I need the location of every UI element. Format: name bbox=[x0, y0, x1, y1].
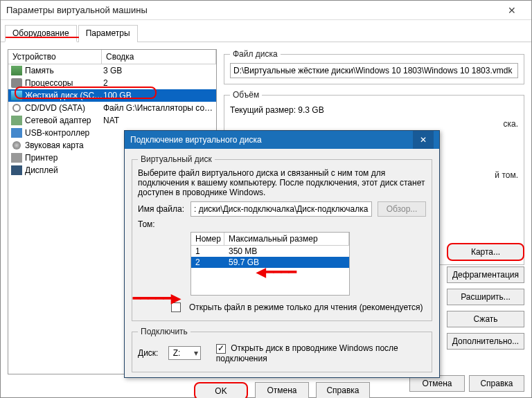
harddisk-icon bbox=[11, 91, 22, 100]
device-header: Устройство Сводка bbox=[8, 50, 216, 64]
tab-hardware[interactable]: Оборудование bbox=[5, 25, 77, 42]
open-explorer-row[interactable]: Открыть диск в проводнике Windows после … bbox=[216, 343, 426, 363]
annotation-underline bbox=[6, 37, 79, 38]
dialog-cancel-button[interactable]: Отмена bbox=[255, 382, 309, 398]
device-row-memory[interactable]: Память3 GB bbox=[8, 64, 216, 77]
dialog-close-icon[interactable]: ✕ bbox=[413, 131, 434, 149]
memory-icon bbox=[11, 66, 22, 75]
tabs: Оборудование Параметры bbox=[1, 20, 531, 42]
disk-file-group: Файл диска bbox=[224, 49, 524, 84]
volume-row-1[interactable]: 1 350 MB bbox=[191, 246, 349, 257]
main-help-button[interactable]: Справка bbox=[469, 375, 524, 392]
vd-legend: Виртуальный диск bbox=[138, 154, 215, 164]
volume-thead: Номер Максимальный размер bbox=[191, 233, 349, 246]
drive-select[interactable]: Z: bbox=[168, 346, 201, 360]
annotation-arrow-readonly: ━━━━━▶ bbox=[133, 291, 181, 306]
expand-button[interactable]: Расширить... bbox=[447, 289, 524, 305]
ok-button[interactable]: OK bbox=[194, 382, 248, 398]
cpu-icon bbox=[11, 78, 22, 88]
device-row-cpu[interactable]: Процессоры2 bbox=[8, 77, 216, 89]
current-size: Текущий размер: 9.3 GB bbox=[230, 104, 518, 119]
volume-label: Том: bbox=[138, 219, 185, 229]
col-maxsize: Максимальный размер bbox=[224, 233, 349, 245]
device-row-cddvd[interactable]: CD/DVD (SATA)Файл G:\Инсталляторы соф... bbox=[8, 102, 216, 114]
dialog-buttons: OK Отмена Справка bbox=[132, 378, 432, 398]
dialog-title: Подключение виртуального диска bbox=[130, 135, 413, 145]
col-summary: Сводка bbox=[102, 50, 216, 64]
disk-file-input[interactable] bbox=[230, 63, 518, 78]
tab-options[interactable]: Параметры bbox=[78, 25, 138, 42]
volume-table: Номер Максимальный размер 1 350 MB 2 59.… bbox=[190, 232, 350, 296]
col-device: Устройство bbox=[8, 50, 102, 64]
cd-icon bbox=[11, 103, 22, 113]
map-button[interactable]: Карта... bbox=[447, 243, 524, 261]
map-disk-dialog: Подключение виртуального диска ✕ Виртуал… bbox=[124, 130, 440, 378]
compact-button[interactable]: Сжать bbox=[447, 311, 524, 327]
usb-icon bbox=[11, 128, 22, 138]
drive-row: Диск: Z: Открыть диск в проводнике Windo… bbox=[138, 343, 426, 363]
defrag-button[interactable]: Дефрагментация bbox=[447, 266, 524, 283]
volume-legend: Объём bbox=[230, 90, 262, 100]
network-icon bbox=[11, 116, 22, 125]
file-row: Имя файла: Обзор... bbox=[138, 201, 426, 217]
drive-label: Диск: bbox=[138, 348, 163, 358]
display-icon bbox=[11, 165, 22, 175]
sound-icon bbox=[11, 141, 22, 150]
open-explorer-checkbox[interactable] bbox=[216, 344, 226, 354]
volume-row: Том: bbox=[138, 219, 426, 229]
vd-description: Выберите файл виртуального диска и связа… bbox=[138, 168, 426, 197]
device-row-network[interactable]: Сетевой адаптерNAT bbox=[8, 114, 216, 127]
vhd-file-input[interactable] bbox=[190, 201, 372, 217]
disk-file-legend: Файл диска bbox=[230, 49, 281, 59]
browse-button[interactable]: Обзор... bbox=[378, 201, 426, 217]
main-titlebar: Параметры виртуальной машины ✕ bbox=[1, 1, 531, 20]
col-number: Номер bbox=[191, 233, 224, 245]
open-explorer-label: Открыть диск в проводнике Windows после … bbox=[216, 343, 398, 363]
close-icon[interactable]: ✕ bbox=[498, 5, 526, 16]
text-fragment-ska: ска. bbox=[230, 119, 518, 129]
readonly-label: Открыть файл в режиме только для чтения … bbox=[189, 302, 423, 312]
mount-legend: Подключить bbox=[138, 327, 190, 336]
printer-icon bbox=[11, 153, 22, 163]
advanced-button[interactable]: Дополнительно... bbox=[447, 333, 524, 350]
dialog-titlebar: Подключение виртуального диска ✕ bbox=[125, 131, 439, 149]
window-title: Параметры виртуальной машины bbox=[6, 5, 498, 15]
device-row-harddisk[interactable]: Жесткий диск (SCSI)100 GB bbox=[8, 89, 216, 102]
file-label: Имя файла: bbox=[138, 204, 185, 214]
dialog-help-button[interactable]: Справка bbox=[316, 382, 370, 398]
readonly-row[interactable]: Открыть файл в режиме только для чтения … bbox=[171, 302, 426, 312]
mount-group: Подключить Диск: Z: Открыть диск в прово… bbox=[132, 327, 432, 372]
right-buttons: Карта... Дефрагментация Расширить... Сжа… bbox=[447, 243, 524, 350]
annotation-arrow-volume: ◀━━━━ bbox=[256, 264, 296, 280]
